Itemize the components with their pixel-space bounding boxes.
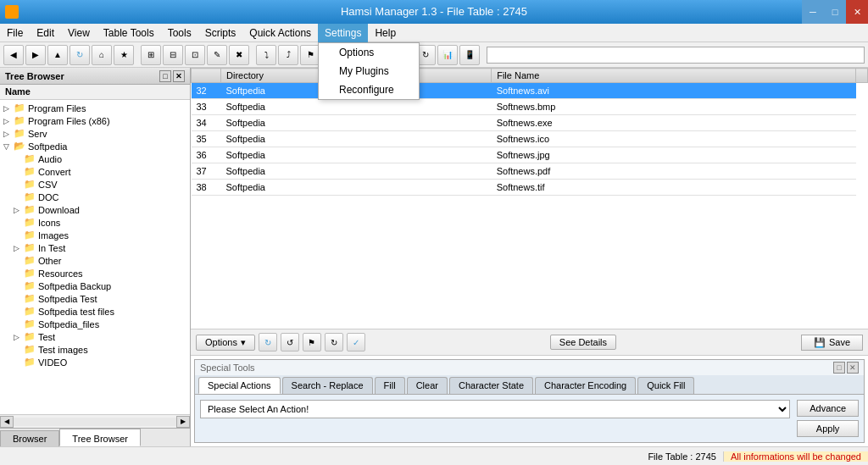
special-tools-ctrl-2[interactable]: ✕ bbox=[847, 362, 859, 374]
menu-table-tools[interactable]: Table Tools bbox=[97, 24, 161, 42]
tree-item-video[interactable]: 📁 VIDEO bbox=[10, 356, 190, 368]
tb-action6[interactable]: ⤵ bbox=[256, 45, 276, 65]
close-button[interactable]: ✕ bbox=[846, 0, 868, 24]
tree-name-header: Name bbox=[0, 85, 190, 100]
tab-browser[interactable]: Browser bbox=[0, 430, 59, 446]
menu-scripts[interactable]: Scripts bbox=[198, 24, 243, 42]
tree-item-program-files-x86[interactable]: ▷ 📁 Program Files (x86) bbox=[0, 114, 190, 127]
home-button[interactable]: ⌂ bbox=[92, 45, 112, 65]
tree-ctrl-1[interactable]: □ bbox=[159, 70, 171, 82]
tree-item-download[interactable]: ▷ 📁 Download bbox=[10, 203, 190, 216]
tree-item-softpedia-test[interactable]: 📁 Softpedia Test bbox=[10, 292, 190, 305]
cell-directory: Softpedia bbox=[221, 180, 492, 196]
tree-item-test[interactable]: ▷ 📁 Test bbox=[10, 330, 190, 343]
tb-action2[interactable]: ⊟ bbox=[163, 45, 183, 65]
tree-item-resources[interactable]: 📁 Resources bbox=[10, 267, 190, 280]
menu-item-my-plugins[interactable]: My Plugins bbox=[319, 62, 419, 80]
tree-item-convert[interactable]: 📁 Convert bbox=[10, 165, 190, 178]
check-action[interactable]: ✓ bbox=[347, 333, 365, 352]
tab-fill[interactable]: Fill bbox=[375, 377, 405, 394]
tb-action7[interactable]: ⤴ bbox=[278, 45, 298, 65]
tree-item-audio[interactable]: 📁 Audio bbox=[10, 152, 190, 165]
tab-clear[interactable]: Clear bbox=[407, 377, 448, 394]
tree-scroll[interactable]: ▷ 📁 Program Files ▷ 📁 Program Files (x86… bbox=[0, 100, 190, 414]
tb-action1[interactable]: ⊞ bbox=[141, 45, 161, 65]
menu-tools[interactable]: Tools bbox=[161, 24, 198, 42]
special-tools: Special Tools □ ✕ Special Actions Search… bbox=[194, 359, 865, 443]
see-details-button[interactable]: See Details bbox=[550, 335, 616, 350]
refresh-action[interactable]: ↻ bbox=[259, 333, 277, 352]
undo-action[interactable]: ↺ bbox=[281, 333, 299, 352]
tree-item-in-test[interactable]: ▷ 📁 In Test bbox=[10, 241, 190, 254]
tab-tree-browser[interactable]: Tree Browser bbox=[59, 429, 141, 446]
tree-item-serv[interactable]: ▷ 📁 Serv bbox=[0, 127, 190, 140]
tb-action14[interactable]: 📊 bbox=[437, 45, 458, 65]
tree-hscroll[interactable]: ◀ ▶ bbox=[0, 414, 190, 428]
tree-header: Tree Browser □ ✕ bbox=[0, 68, 190, 85]
file-table[interactable]: Directory File Name 32 Softpedia Softnew… bbox=[191, 68, 868, 329]
tree-item-images[interactable]: 📁 Images bbox=[10, 229, 190, 241]
options-button[interactable]: Options ▾ bbox=[196, 335, 255, 351]
tree-ctrl-2[interactable]: ✕ bbox=[173, 70, 185, 82]
table-row[interactable]: 32 Softpedia Softnews.avi bbox=[192, 83, 868, 99]
table-row[interactable]: 33 Softpedia Softnews.bmp bbox=[192, 99, 868, 115]
hscroll-right[interactable]: ▶ bbox=[176, 416, 190, 428]
settings-dropdown: Options My Plugins Reconfigure bbox=[318, 42, 420, 100]
apply-button[interactable]: Apply bbox=[797, 420, 859, 437]
tree-item-icons[interactable]: 📁 Icons bbox=[10, 216, 190, 229]
tree-title: Tree Browser bbox=[5, 71, 64, 81]
tab-search-replace[interactable]: Search - Replace bbox=[282, 377, 373, 394]
tree-item-softpedia-files[interactable]: 📁 Softpedia_files bbox=[10, 318, 190, 330]
menu-edit[interactable]: Edit bbox=[30, 24, 61, 42]
menu-item-options[interactable]: Options bbox=[319, 43, 419, 62]
save-button[interactable]: 💾 Save bbox=[801, 335, 863, 351]
redo-action[interactable]: ↻ bbox=[325, 333, 343, 352]
minimize-button[interactable]: ─ bbox=[802, 0, 824, 24]
flag-action[interactable]: ⚑ bbox=[303, 333, 321, 352]
menu-view[interactable]: View bbox=[61, 24, 97, 42]
table-row[interactable]: 38 Softpedia Softnews.tif bbox=[192, 180, 868, 196]
tree-panel: Tree Browser □ ✕ Name ▷ 📁 Program Files … bbox=[0, 68, 191, 446]
forward-button[interactable]: ▶ bbox=[25, 45, 46, 65]
maximize-button[interactable]: □ bbox=[824, 0, 846, 24]
table-row[interactable]: 36 Softpedia Softnews.jpg bbox=[192, 147, 868, 163]
right-panel: Directory File Name 32 Softpedia Softnew… bbox=[191, 68, 868, 446]
toolbar-search[interactable] bbox=[487, 47, 865, 64]
tree-item-doc[interactable]: 📁 DOC bbox=[10, 191, 190, 203]
menu-file[interactable]: File bbox=[0, 24, 30, 42]
cell-directory: Softpedia bbox=[221, 147, 492, 163]
menu-settings[interactable]: Settings bbox=[318, 24, 368, 42]
tab-quick-fill[interactable]: Quick Fill bbox=[637, 377, 694, 394]
menu-help[interactable]: Help bbox=[368, 24, 403, 42]
expand-icon: ▷ bbox=[14, 333, 24, 341]
bookmark-button[interactable]: ★ bbox=[114, 45, 134, 65]
hscroll-left[interactable]: ◀ bbox=[0, 416, 14, 428]
tree-item-softpedia-backup[interactable]: 📁 Softpedia Backup bbox=[10, 280, 190, 292]
table-row[interactable]: 37 Softpedia Softnews.pdf bbox=[192, 163, 868, 180]
tab-character-state[interactable]: Character State bbox=[449, 377, 533, 394]
refresh-button[interactable]: ↻ bbox=[70, 45, 90, 65]
menu-item-reconfigure[interactable]: Reconfigure bbox=[319, 80, 419, 99]
table-row[interactable]: 35 Softpedia Softnews.ico bbox=[192, 131, 868, 147]
tree-item-test-images[interactable]: 📁 Test images bbox=[10, 343, 190, 356]
tab-special-actions[interactable]: Special Actions bbox=[198, 377, 281, 394]
tb-action15[interactable]: 📱 bbox=[459, 45, 480, 65]
up-button[interactable]: ▲ bbox=[47, 45, 68, 65]
tb-action5[interactable]: ✖ bbox=[229, 45, 249, 65]
cell-num: 38 bbox=[192, 180, 221, 196]
advance-button[interactable]: Advance bbox=[797, 400, 859, 417]
app-title: Hamsi Manager 1.3 - File Table : 2745 bbox=[341, 5, 527, 18]
tb-action3[interactable]: ⊡ bbox=[185, 45, 205, 65]
tree-item-program-files[interactable]: ▷ 📁 Program Files bbox=[0, 102, 190, 114]
tree-item-softpedia[interactable]: ▽ 📂 Softpedia bbox=[0, 140, 190, 152]
special-tools-ctrl-1[interactable]: □ bbox=[833, 362, 845, 374]
table-row[interactable]: 34 Softpedia Softnews.exe bbox=[192, 115, 868, 131]
tab-character-encoding[interactable]: Character Encoding bbox=[535, 377, 636, 394]
action-select[interactable]: Please Select An Action! bbox=[200, 400, 790, 418]
tree-item-csv[interactable]: 📁 CSV bbox=[10, 178, 190, 191]
menu-quick-actions[interactable]: Quick Actions bbox=[242, 24, 318, 42]
back-button[interactable]: ◀ bbox=[3, 45, 24, 65]
tree-item-other[interactable]: 📁 Other bbox=[10, 254, 190, 267]
tb-action4[interactable]: ✎ bbox=[207, 45, 227, 65]
tree-item-softpedia-test-files[interactable]: 📁 Softpedia test files bbox=[10, 305, 190, 318]
